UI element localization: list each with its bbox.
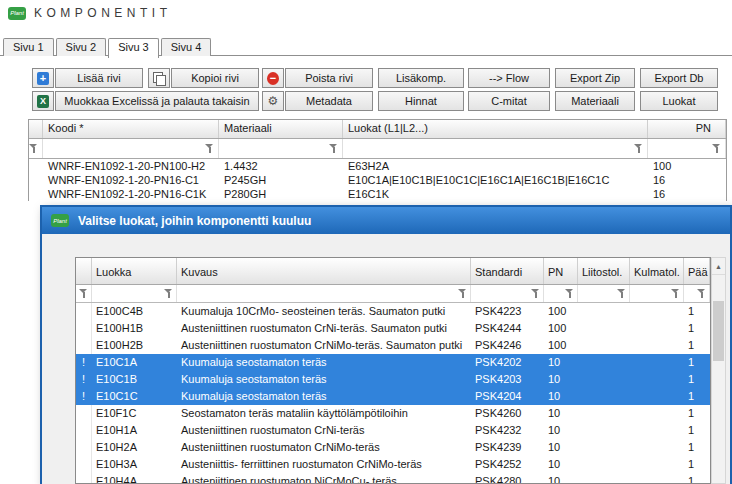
class-grid: Luokka Kuvaus Standardi PN Liitostol. Ku…: [75, 257, 711, 484]
class-row[interactable]: E10H3A Austeniittis- ferriittinen ruostu…: [76, 456, 710, 473]
column-header-koodi[interactable]: Koodi *: [43, 120, 219, 138]
cell-kulmatol: [630, 388, 684, 405]
row-marker: [76, 422, 92, 439]
class-row[interactable]: E100H1B Austeniittinen ruostumaton CrNi-…: [76, 320, 710, 337]
delete-row-icon-button[interactable]: −: [262, 68, 284, 88]
cell-paa: 1: [684, 388, 710, 405]
column-header-pn[interactable]: PN: [648, 120, 726, 138]
excel-icon: X: [37, 95, 49, 108]
filter-funnel-icon[interactable]: [531, 289, 540, 298]
cell-luokka: E100C4B: [92, 303, 177, 320]
class-grid-filter-row: [76, 285, 710, 303]
filter-funnel-icon[interactable]: [697, 289, 706, 298]
tab-sivu-2[interactable]: Sivu 2: [56, 38, 107, 56]
component-row[interactable]: WNRF-EN1092-1-20-PN16-C1 P245GH E10C1A|E…: [29, 173, 726, 187]
column-header-liitostol[interactable]: Liitostol.: [578, 258, 630, 284]
cell-standardi: PSK4203: [471, 371, 544, 388]
class-row[interactable]: E10H2A Austeniittinen ruostumaton CrNiMo…: [76, 439, 710, 456]
lisakomp-button[interactable]: Lisäkomp.: [378, 68, 464, 88]
copy-row-button[interactable]: Kopioi rivi: [171, 68, 259, 88]
cmitat-button[interactable]: C-mitat: [468, 91, 550, 111]
component-row[interactable]: WNRF-EN1092-1-20-PN16-C1K P280GH E16C1K …: [29, 187, 726, 201]
metadata-icon: ⚙: [268, 95, 279, 107]
class-row-selected[interactable]: ! E10C1A Kuumaluja seostamaton teräs PSK…: [76, 354, 710, 371]
metadata-button[interactable]: Metadata: [285, 91, 373, 111]
cell-liitostol: [578, 405, 630, 422]
column-header-materiaali[interactable]: Materiaali: [219, 120, 343, 138]
cell-pn: 10: [544, 354, 578, 371]
tab-sivu-3[interactable]: Sivu 3: [108, 38, 159, 58]
cell-pn: 100: [544, 303, 578, 320]
class-row[interactable]: E10H1A Austeniittinen ruostumaton CrNi-t…: [76, 422, 710, 439]
filter-funnel-icon[interactable]: [634, 144, 643, 153]
scrollbar-thumb[interactable]: [713, 301, 724, 361]
dialog-grid-wrap: Luokka Kuvaus Standardi PN Liitostol. Ku…: [75, 257, 726, 484]
cell-kulmatol: [630, 320, 684, 337]
column-header-luokka[interactable]: Luokka: [92, 258, 177, 284]
cell-liitostol: [578, 439, 630, 456]
row-marker: [76, 439, 92, 456]
filter-funnel-icon[interactable]: [671, 289, 680, 298]
copy-row-icon-button[interactable]: [148, 68, 170, 88]
cell-standardi: PSK4260: [471, 405, 544, 422]
class-row-selected[interactable]: ! E10C1B Kuumaluja seostamaton teräs PSK…: [76, 371, 710, 388]
row-marker: !: [76, 354, 92, 371]
cell-luokka: E10H1A: [92, 422, 177, 439]
cell-pn: 10: [544, 405, 578, 422]
tab-sivu-1[interactable]: Sivu 1: [3, 38, 54, 56]
cell-standardi: PSK4202: [471, 354, 544, 371]
cell-liitostol: [578, 320, 630, 337]
tab-sivu-4[interactable]: Sivu 4: [161, 38, 212, 56]
app-window: Plant KOMPONENTIT Sivu 1 Sivu 2 Sivu 3 S…: [0, 0, 732, 484]
hinnat-button[interactable]: Hinnat: [378, 91, 464, 111]
add-row-icon-button[interactable]: +: [32, 68, 54, 88]
cell-paa: 1: [684, 439, 710, 456]
excel-icon-button[interactable]: X: [32, 91, 54, 111]
plus-icon: +: [37, 72, 49, 85]
row-marker: [76, 405, 92, 422]
cell-kulmatol: [630, 337, 684, 354]
filter-funnel-icon[interactable]: [617, 289, 626, 298]
column-header-standardi[interactable]: Standardi: [471, 258, 544, 284]
filter-funnel-icon[interactable]: [565, 289, 574, 298]
class-row-selected[interactable]: ! E10C1C Kuumaluja seostamaton teräs PSK…: [76, 388, 710, 405]
component-row[interactable]: WNRF-EN1092-1-20-PN100-H2 1.4432 E63H2A …: [29, 159, 726, 173]
materiaali-button[interactable]: Materiaali: [555, 91, 635, 111]
edit-in-excel-button[interactable]: Muokkaa Excelissä ja palauta takaisin: [55, 91, 259, 111]
export-db-button[interactable]: Export Db: [640, 68, 718, 88]
column-header-pn[interactable]: PN: [544, 258, 578, 284]
cell-kuvaus: Austeniittinen ruostumaton NiCrMoCu- ter…: [177, 473, 471, 484]
cell-kulmatol: [630, 473, 684, 484]
cell-liitostol: [578, 354, 630, 371]
filter-funnel-icon[interactable]: [205, 144, 214, 153]
column-header-kuvaus[interactable]: Kuvaus: [177, 258, 471, 284]
filter-funnel-icon[interactable]: [29, 144, 38, 153]
column-header-paa[interactable]: Pää: [684, 258, 710, 284]
class-row[interactable]: E10H4A Austeniittinen ruostumaton NiCrMo…: [76, 473, 710, 484]
filter-funnel-icon[interactable]: [712, 144, 721, 153]
scroll-up-icon[interactable]: ▲: [712, 258, 725, 275]
class-row[interactable]: E10F1C Seostamaton teräs mataliin käyttö…: [76, 405, 710, 422]
cell-pn: 10: [544, 371, 578, 388]
filter-funnel-icon[interactable]: [329, 144, 338, 153]
flow-button[interactable]: --> Flow: [468, 68, 550, 88]
export-zip-button[interactable]: Export Zip: [555, 68, 635, 88]
class-row[interactable]: E100C4B Kuumaluja 10CrMo- seosteinen ter…: [76, 303, 710, 320]
metadata-icon-button[interactable]: ⚙: [262, 91, 284, 111]
filter-funnel-icon[interactable]: [79, 289, 88, 298]
delete-row-button[interactable]: Poista rivi: [285, 68, 373, 88]
luokat-button[interactable]: Luokat: [640, 91, 718, 111]
component-grid-filter-row: [29, 139, 726, 159]
filter-funnel-icon[interactable]: [458, 289, 467, 298]
cell-kuvaus: Kuumaluja seostamaton teräs: [177, 388, 471, 405]
column-header-luokat[interactable]: Luokat (L1|L2...): [343, 120, 648, 138]
cell-luokat: E10C1A|E10C1B|E10C1C|E16C1A|E16C1B|E16C1…: [343, 173, 648, 187]
cell-luokka: E10H3A: [92, 456, 177, 473]
filter-funnel-icon[interactable]: [164, 289, 173, 298]
vertical-scrollbar[interactable]: ▲: [711, 257, 726, 484]
class-row[interactable]: E100H2B Austeniittinen ruostumaton CrNiM…: [76, 337, 710, 354]
dialog-titlebar[interactable]: Plant Valitse luokat, joihin komponentti…: [42, 207, 730, 234]
column-header-kulmatol[interactable]: Kulmatol.: [630, 258, 684, 284]
add-row-button[interactable]: Lisää rivi: [55, 68, 143, 88]
row-marker: [76, 303, 92, 320]
